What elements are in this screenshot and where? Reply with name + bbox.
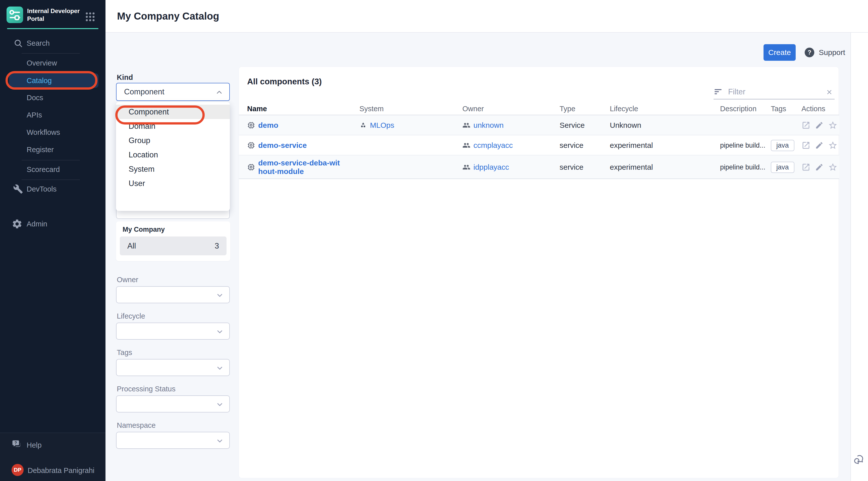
create-button[interactable]: Create [764, 44, 796, 61]
support-button[interactable]: ? Support [804, 47, 845, 58]
actions-cell [801, 135, 838, 155]
description-cell: pipeline build... [720, 155, 765, 179]
kind-option-location[interactable]: Location [116, 148, 230, 162]
sidebar-accent-divider [7, 28, 98, 29]
star-icon[interactable] [828, 140, 838, 150]
component-name-link[interactable]: demo-service-deba-wit hout-module [258, 159, 342, 176]
chevron-down-icon [216, 328, 224, 336]
table-filter-input[interactable] [728, 87, 818, 96]
user-name[interactable]: Debabrata Panigrahi [28, 467, 94, 475]
column-header-actions[interactable]: Actions [801, 105, 825, 113]
all-count: 3 [215, 242, 219, 251]
edit-pencil-icon[interactable] [815, 141, 824, 150]
lifecycle-value: experimental [610, 163, 653, 171]
system-link[interactable]: MLOps [370, 121, 394, 130]
sidebar-item-overview[interactable]: Overview [0, 56, 105, 70]
my-company-label: My Company [123, 226, 165, 233]
sidebar-item-catalog[interactable]: Catalog [0, 73, 105, 88]
processing-status-select[interactable] [116, 395, 230, 413]
edit-pencil-icon[interactable] [815, 121, 824, 130]
tags-select[interactable] [116, 359, 230, 376]
sidebar-item-label: Workflows [27, 128, 60, 136]
users-icon [462, 163, 470, 171]
kind-select-value: Component [124, 87, 164, 96]
column-header-description[interactable]: Description [720, 105, 756, 113]
clear-filter-icon[interactable] [826, 88, 833, 97]
sidebar-item-search[interactable]: Search [0, 36, 105, 50]
kind-select[interactable]: Component [116, 83, 230, 101]
owner-link[interactable]: unknown [473, 121, 503, 130]
app-root: Internal Developer Portal Search Overvie… [0, 0, 868, 481]
apps-grid-icon[interactable] [84, 11, 96, 24]
column-header-tags[interactable]: Tags [771, 105, 786, 113]
user-avatar[interactable]: DP [11, 464, 24, 476]
star-icon[interactable] [828, 162, 838, 172]
my-company-card: My Company All 3 [116, 221, 230, 261]
owner-cell: idpplayacc [462, 155, 509, 179]
column-header-owner[interactable]: Owner [462, 105, 484, 113]
name-cell: demo-service [247, 135, 307, 155]
open-external-icon[interactable] [801, 163, 810, 172]
search-icon [13, 38, 23, 48]
column-header-name[interactable]: Name [247, 105, 267, 113]
sidebar-item-workflows[interactable]: Workflows [0, 125, 105, 139]
my-company-all-row[interactable]: All 3 [120, 236, 226, 255]
actions-cell [801, 115, 838, 135]
name-cell: demo-service-deba-wit hout-module [247, 155, 342, 179]
open-external-icon[interactable] [801, 121, 810, 130]
component-name-link[interactable]: demo-service [258, 141, 307, 150]
star-icon[interactable] [828, 121, 838, 130]
column-header-lifecycle[interactable]: Lifecycle [610, 105, 638, 113]
sidebar-item-label: Overview [27, 59, 57, 67]
type-cell: service [560, 155, 583, 179]
sidebar-item-docs[interactable]: Docs [0, 91, 105, 105]
kind-option-user[interactable]: User [116, 176, 230, 191]
sidebar-item-label: Docs [27, 94, 43, 102]
kind-option-domain[interactable]: Domain [116, 119, 230, 133]
svg-text:?: ? [14, 441, 17, 445]
kind-option-component[interactable]: Component [116, 105, 230, 119]
name-cell: demo [247, 115, 278, 135]
system-cell: MLOps [360, 115, 394, 135]
sidebar-item-label: Scorecard [27, 165, 60, 174]
column-header-type[interactable]: Type [560, 105, 576, 113]
chevron-up-icon [215, 88, 223, 97]
tag-chip[interactable]: java [771, 162, 795, 173]
sidebar-item-label: Search [27, 39, 50, 47]
edit-pencil-icon[interactable] [815, 163, 824, 171]
tag-chip[interactable]: java [771, 140, 795, 151]
component-name-link[interactable]: demo [258, 121, 278, 130]
option-label: Domain [129, 122, 155, 131]
sidebar-item-register[interactable]: Register [0, 142, 105, 157]
description-value: pipeline build... [720, 141, 765, 149]
open-external-icon[interactable] [801, 141, 810, 150]
sidebar-item-devtools[interactable]: DevTools [0, 182, 105, 196]
sidebar-footer: ? Help DP Debabrata Panigrahi [0, 432, 105, 481]
column-header-system[interactable]: System [360, 105, 384, 113]
description-cell: pipeline build... [720, 135, 765, 155]
tags-cell: java [771, 155, 795, 179]
sidebar: Internal Developer Portal Search Overvie… [0, 0, 105, 481]
gear-icon [11, 218, 23, 229]
chat-bubbles-icon[interactable] [852, 453, 866, 468]
lifecycle-select[interactable] [116, 323, 230, 340]
kind-option-group[interactable]: Group [116, 133, 230, 148]
chevron-down-icon [216, 291, 224, 300]
owner-link[interactable]: ccmplayacc [473, 141, 513, 150]
lifecycle-cell: Unknown [610, 115, 641, 135]
option-label: Group [129, 136, 150, 145]
namespace-select[interactable] [116, 432, 230, 449]
sidebar-item-admin[interactable]: Admin [0, 217, 105, 231]
sidebar-item-scorecard[interactable]: Scorecard [0, 162, 105, 177]
sliders-logo-icon [7, 7, 23, 23]
kind-option-system[interactable]: System [116, 162, 230, 176]
svg-text:?: ? [808, 49, 811, 56]
owner-link[interactable]: idpplayacc [473, 163, 509, 171]
lifecycle-filter-label: Lifecycle [117, 312, 145, 320]
owner-select[interactable] [116, 286, 230, 303]
all-label: All [127, 242, 136, 251]
right-edge-panel [850, 33, 868, 481]
sidebar-item-label: DevTools [27, 185, 57, 193]
sidebar-item-apis[interactable]: APIs [0, 108, 105, 122]
sidebar-item-help[interactable]: ? Help [0, 438, 105, 452]
